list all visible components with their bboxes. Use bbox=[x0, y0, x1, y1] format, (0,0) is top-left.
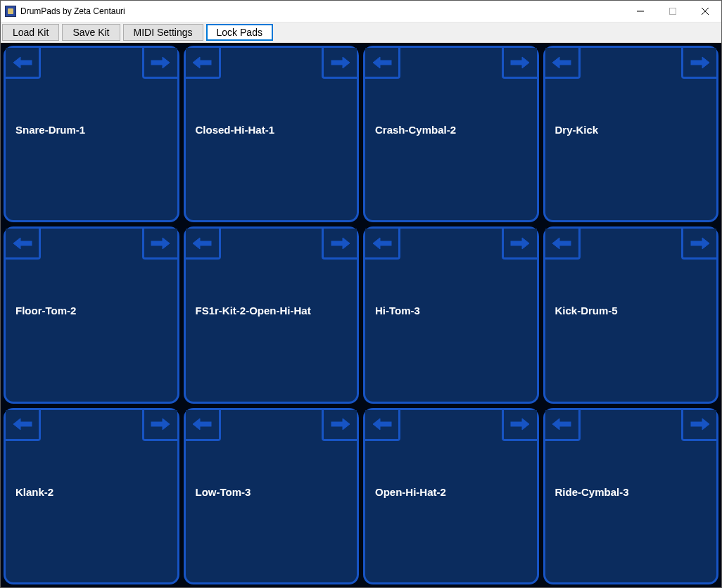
arrow-right-icon bbox=[148, 236, 172, 250]
svg-rect-6 bbox=[198, 60, 211, 65]
pad-next-button[interactable] bbox=[681, 229, 716, 260]
pad-prev-button[interactable] bbox=[365, 48, 400, 79]
pad-label: Ride-Cymbal-3 bbox=[555, 486, 629, 498]
pad-next-button[interactable] bbox=[502, 48, 537, 79]
pad-label: Snare-Drum-1 bbox=[15, 124, 85, 136]
pad-next-button[interactable] bbox=[681, 48, 716, 79]
pad-label: Low-Tom-3 bbox=[196, 486, 251, 498]
pad-next-button[interactable] bbox=[322, 48, 357, 79]
app-icon bbox=[5, 6, 16, 17]
maximize-icon bbox=[669, 8, 676, 15]
close-icon bbox=[702, 8, 709, 15]
drum-pad[interactable]: Kick-Drum-5 bbox=[543, 226, 719, 403]
arrow-left-icon bbox=[550, 56, 574, 70]
close-button[interactable] bbox=[689, 1, 721, 22]
titlebar-left: DrumPads by Zeta Centauri bbox=[5, 6, 125, 17]
arrow-right-icon bbox=[688, 236, 712, 250]
svg-rect-13 bbox=[151, 241, 164, 245]
pad-prev-button[interactable] bbox=[186, 229, 221, 260]
svg-rect-24 bbox=[379, 422, 391, 426]
svg-rect-8 bbox=[379, 60, 391, 65]
pad-label: Hi-Tom-3 bbox=[375, 305, 420, 317]
drum-pad[interactable]: Hi-Tom-3 bbox=[363, 226, 539, 403]
save-kit-button[interactable]: Save Kit bbox=[62, 24, 120, 41]
svg-rect-12 bbox=[19, 241, 32, 245]
arrow-right-icon bbox=[148, 417, 172, 431]
svg-rect-20 bbox=[19, 422, 32, 426]
pad-prev-button[interactable] bbox=[545, 410, 581, 441]
svg-rect-5 bbox=[151, 60, 164, 65]
svg-rect-1 bbox=[670, 8, 676, 15]
pad-prev-button[interactable] bbox=[186, 410, 221, 441]
pad-prev-button[interactable] bbox=[365, 410, 400, 441]
arrow-right-icon bbox=[688, 56, 712, 70]
drum-pad[interactable]: Crash-Cymbal-2 bbox=[363, 46, 539, 222]
pad-label: Klank-2 bbox=[15, 486, 53, 498]
arrow-left-icon bbox=[11, 236, 34, 250]
midi-settings-button[interactable]: MIDI Settings bbox=[123, 24, 203, 41]
arrow-left-icon bbox=[550, 236, 574, 250]
pad-grid: Snare-Drum-1Closed-Hi-Hat-1Crash-Cymbal-… bbox=[1, 43, 721, 587]
pad-label: Closed-Hi-Hat-1 bbox=[196, 124, 275, 136]
pad-prev-button[interactable] bbox=[6, 229, 41, 260]
arrow-left-icon bbox=[550, 417, 574, 431]
toolbar: Load Kit Save Kit MIDI Settings Lock Pad… bbox=[1, 22, 721, 43]
arrow-right-icon bbox=[148, 56, 172, 70]
svg-rect-17 bbox=[511, 241, 524, 245]
drum-pad[interactable]: Snare-Drum-1 bbox=[4, 46, 179, 222]
pad-next-button[interactable] bbox=[681, 410, 716, 441]
app-window: DrumPads by Zeta Centauri Load Kit Save … bbox=[0, 0, 722, 588]
svg-rect-10 bbox=[558, 60, 571, 65]
pad-next-button[interactable] bbox=[142, 229, 177, 260]
drum-pad[interactable]: Klank-2 bbox=[4, 408, 179, 584]
svg-rect-25 bbox=[511, 422, 524, 426]
lock-pads-button[interactable]: Lock Pads bbox=[206, 24, 273, 41]
pad-next-button[interactable] bbox=[142, 48, 177, 79]
svg-rect-27 bbox=[691, 422, 704, 426]
drum-pad[interactable]: FS1r-Kit-2-Open-Hi-Hat bbox=[184, 226, 360, 403]
svg-rect-9 bbox=[511, 60, 524, 65]
pad-label: Floor-Tom-2 bbox=[15, 305, 76, 317]
drum-pad[interactable]: Low-Tom-3 bbox=[184, 408, 360, 584]
arrow-left-icon bbox=[370, 417, 394, 431]
arrow-left-icon bbox=[190, 236, 214, 250]
minimize-icon bbox=[637, 8, 644, 15]
pad-next-button[interactable] bbox=[502, 410, 537, 441]
pad-prev-button[interactable] bbox=[545, 229, 581, 260]
arrow-left-icon bbox=[370, 236, 394, 250]
svg-rect-21 bbox=[151, 422, 164, 426]
pad-next-button[interactable] bbox=[142, 410, 177, 441]
drum-pad[interactable]: Dry-Kick bbox=[543, 46, 719, 222]
svg-rect-4 bbox=[19, 60, 32, 65]
drum-pad[interactable]: Open-Hi-Hat-2 bbox=[363, 408, 539, 584]
pad-label: Open-Hi-Hat-2 bbox=[375, 486, 446, 498]
pad-label: Kick-Drum-5 bbox=[555, 305, 618, 317]
arrow-left-icon bbox=[11, 56, 34, 70]
svg-rect-15 bbox=[331, 241, 344, 245]
pad-next-button[interactable] bbox=[502, 229, 537, 260]
pad-prev-button[interactable] bbox=[6, 48, 41, 79]
svg-rect-7 bbox=[331, 60, 344, 65]
pad-prev-button[interactable] bbox=[365, 229, 400, 260]
arrow-right-icon bbox=[688, 417, 712, 431]
arrow-left-icon bbox=[11, 417, 34, 431]
arrow-right-icon bbox=[329, 236, 353, 250]
svg-rect-16 bbox=[379, 241, 391, 245]
drum-pad[interactable]: Floor-Tom-2 bbox=[4, 226, 179, 403]
arrow-left-icon bbox=[190, 56, 214, 70]
minimize-button[interactable] bbox=[624, 1, 657, 22]
drum-pad[interactable]: Ride-Cymbal-3 bbox=[543, 408, 719, 584]
pad-prev-button[interactable] bbox=[545, 48, 581, 79]
pad-prev-button[interactable] bbox=[6, 410, 41, 441]
pad-next-button[interactable] bbox=[322, 410, 357, 441]
titlebar: DrumPads by Zeta Centauri bbox=[1, 1, 721, 22]
maximize-button bbox=[657, 1, 689, 22]
drum-pad[interactable]: Closed-Hi-Hat-1 bbox=[184, 46, 360, 222]
arrow-right-icon bbox=[329, 417, 353, 431]
svg-rect-14 bbox=[198, 241, 211, 245]
svg-rect-18 bbox=[558, 241, 571, 245]
arrow-left-icon bbox=[370, 56, 394, 70]
pad-next-button[interactable] bbox=[322, 229, 357, 260]
load-kit-button[interactable]: Load Kit bbox=[2, 24, 59, 41]
pad-prev-button[interactable] bbox=[186, 48, 221, 79]
